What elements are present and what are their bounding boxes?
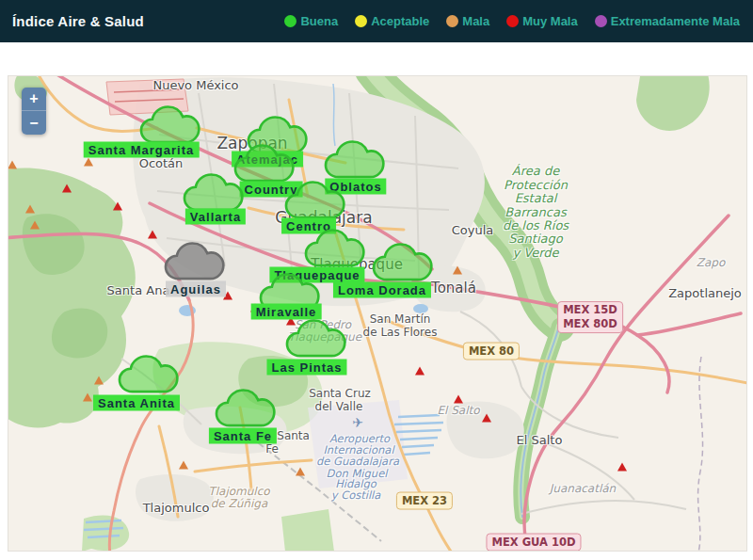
- legend-color-dot: [355, 15, 367, 27]
- legend-label: Extremadamente Mala: [611, 14, 740, 28]
- basemap: [8, 76, 746, 551]
- aqi-legend: Buena Aceptable Mala Muy Mala Extremadam…: [284, 14, 753, 28]
- app-title: Índice Aire & Salud: [0, 13, 144, 29]
- admin-boundary: [698, 357, 703, 551]
- legend-label: Mala: [462, 14, 489, 28]
- app-header: Índice Aire & Salud Buena Aceptable Mala…: [0, 0, 753, 42]
- legend-label: Buena: [300, 14, 338, 28]
- legend-color-dot: [595, 15, 607, 27]
- legend-item: Aceptable: [355, 14, 429, 28]
- map-canvas[interactable]: Nuevo México Ocotán Zapopan Guadalajara …: [8, 75, 747, 552]
- map-zoom-control: + −: [22, 88, 46, 135]
- airport-area: [308, 400, 408, 488]
- legend-color-dot: [446, 15, 458, 27]
- legend-item: Mala: [446, 14, 489, 28]
- legend-item: Extremadamente Mala: [595, 14, 740, 28]
- air-quality-app: Índice Aire & Salud Buena Aceptable Mala…: [0, 0, 753, 560]
- legend-label: Aceptable: [371, 14, 429, 28]
- legend-item: Muy Mala: [506, 14, 578, 28]
- zoom-out-button[interactable]: −: [22, 111, 46, 135]
- legend-label: Muy Mala: [522, 14, 578, 28]
- legend-item: Buena: [284, 14, 338, 28]
- zoom-in-button[interactable]: +: [22, 88, 46, 111]
- legend-color-dot: [284, 15, 296, 27]
- legend-color-dot: [506, 15, 519, 27]
